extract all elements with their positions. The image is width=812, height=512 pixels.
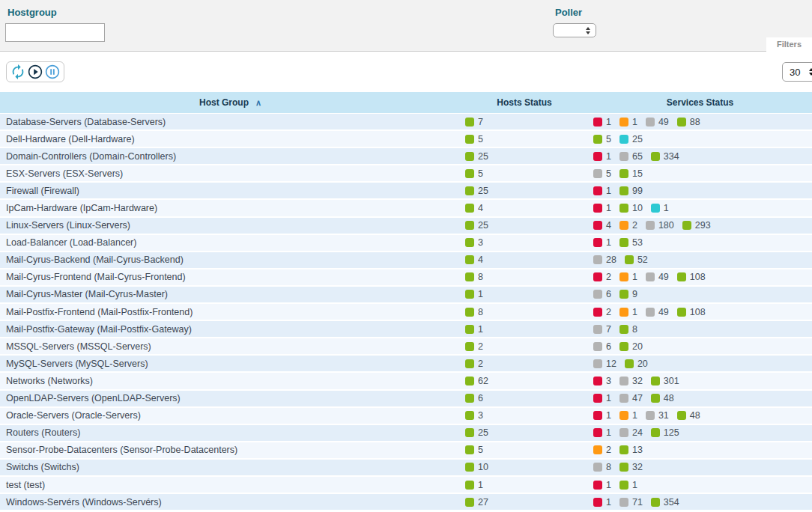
hostgroup-name-link[interactable]: Mail-Postfix-Gateway (Mail-Postfix-Gatew… bbox=[6, 324, 192, 335]
status-badge-group[interactable]: 9 bbox=[619, 289, 637, 299]
status-badge-group[interactable]: 10 bbox=[465, 462, 488, 472]
status-badge-group[interactable]: 1 bbox=[593, 497, 611, 508]
status-badge-group[interactable]: 1 bbox=[593, 410, 611, 421]
status-badge-group[interactable]: 6 bbox=[465, 393, 483, 403]
status-badge-group[interactable]: 1 bbox=[593, 117, 611, 127]
status-badge-group[interactable]: 1 bbox=[465, 289, 483, 299]
status-badge-group[interactable]: 7 bbox=[593, 324, 611, 335]
status-badge-group[interactable]: 3 bbox=[465, 410, 483, 421]
pause-button[interactable] bbox=[44, 64, 61, 80]
status-badge-group[interactable]: 53 bbox=[619, 237, 643, 248]
status-badge-group[interactable]: 65 bbox=[619, 151, 643, 162]
filters-toggle-tab[interactable]: Filters bbox=[766, 37, 812, 52]
status-badge-group[interactable]: 8 bbox=[465, 272, 483, 282]
status-badge-group[interactable]: 1 bbox=[619, 480, 637, 490]
status-badge-group[interactable]: 1 bbox=[619, 272, 637, 282]
status-badge-group[interactable]: 1 bbox=[593, 393, 611, 403]
hostgroup-name-link[interactable]: Networks (Networks) bbox=[6, 376, 93, 386]
status-badge-group[interactable]: 25 bbox=[465, 220, 488, 231]
status-badge-group[interactable]: 5 bbox=[465, 445, 483, 455]
hostgroup-name-link[interactable]: Windows-Servérs (Windows-Servérs) bbox=[6, 497, 162, 508]
play-button[interactable] bbox=[27, 64, 43, 80]
status-badge-group[interactable]: 88 bbox=[677, 117, 700, 127]
hostgroup-name-link[interactable]: Dell-Hardware (Dell-Hardware) bbox=[6, 134, 135, 144]
status-badge-group[interactable]: 354 bbox=[651, 497, 679, 508]
status-badge-group[interactable]: 32 bbox=[619, 376, 643, 386]
status-badge-group[interactable]: 2 bbox=[593, 445, 611, 455]
status-badge-group[interactable]: 31 bbox=[646, 410, 669, 421]
hostgroup-name-link[interactable]: Mail-Cyrus-Master (Mail-Cyrus-Master) bbox=[6, 289, 168, 299]
status-badge-group[interactable]: 1 bbox=[593, 151, 611, 162]
hostgroup-name-link[interactable]: Load-Balancer (Load-Balancer) bbox=[6, 237, 136, 248]
status-badge-group[interactable]: 48 bbox=[651, 393, 674, 403]
status-badge-group[interactable]: 52 bbox=[625, 255, 648, 265]
hostgroup-name-link[interactable]: MSSQL-Servers (MSSQL-Servers) bbox=[6, 341, 151, 352]
status-badge-group[interactable]: 20 bbox=[625, 359, 648, 369]
status-badge-group[interactable]: 27 bbox=[465, 497, 488, 508]
status-badge-group[interactable]: 301 bbox=[651, 376, 679, 386]
status-badge-group[interactable]: 108 bbox=[677, 272, 706, 282]
column-header-hosts-status[interactable]: Hosts Status bbox=[461, 92, 588, 113]
hostgroup-name-link[interactable]: ESX-Servers (ESX-Servers) bbox=[6, 168, 123, 179]
hostgroup-name-link[interactable]: Routers (Routers) bbox=[6, 427, 80, 438]
status-badge-group[interactable]: 1 bbox=[465, 480, 483, 490]
status-badge-group[interactable]: 8 bbox=[619, 324, 637, 335]
poller-select[interactable] bbox=[553, 23, 596, 37]
status-badge-group[interactable]: 12 bbox=[593, 359, 616, 369]
status-badge-group[interactable]: 5 bbox=[465, 134, 483, 144]
status-badge-group[interactable]: 32 bbox=[619, 462, 643, 472]
status-badge-group[interactable]: 25 bbox=[465, 151, 488, 162]
status-badge-group[interactable]: 49 bbox=[646, 272, 669, 282]
status-badge-group[interactable]: 4 bbox=[593, 220, 611, 231]
status-badge-group[interactable]: 4 bbox=[465, 255, 483, 265]
status-badge-group[interactable]: 5 bbox=[593, 134, 611, 144]
status-badge-group[interactable]: 5 bbox=[593, 168, 611, 179]
status-badge-group[interactable]: 1 bbox=[593, 480, 611, 490]
hostgroup-name-link[interactable]: Mail-Cyrus-Frontend (Mail-Cyrus-Frontend… bbox=[6, 272, 186, 282]
status-badge-group[interactable]: 1 bbox=[593, 203, 611, 213]
status-badge-group[interactable]: 5 bbox=[465, 168, 483, 179]
status-badge-group[interactable]: 3 bbox=[465, 237, 483, 248]
refresh-button[interactable] bbox=[10, 64, 26, 80]
status-badge-group[interactable]: 1 bbox=[593, 427, 611, 438]
status-badge-group[interactable]: 6 bbox=[593, 341, 611, 352]
status-badge-group[interactable]: 1 bbox=[619, 117, 637, 127]
status-badge-group[interactable]: 4 bbox=[465, 203, 483, 213]
status-badge-group[interactable]: 2 bbox=[593, 272, 611, 282]
hostgroup-name-link[interactable]: Mail-Postfix-Frontend (Mail-Postfix-Fron… bbox=[6, 307, 193, 317]
status-badge-group[interactable]: 1 bbox=[593, 237, 611, 248]
status-badge-group[interactable]: 293 bbox=[682, 220, 711, 231]
status-badge-group[interactable]: 3 bbox=[593, 376, 611, 386]
status-badge-group[interactable]: 1 bbox=[593, 186, 611, 196]
status-badge-group[interactable]: 25 bbox=[619, 134, 643, 144]
column-header-services-status[interactable]: Services Status bbox=[588, 92, 812, 113]
hostgroup-name-link[interactable]: MySQL-Servers (MySQL-Servers) bbox=[6, 359, 148, 369]
status-badge-group[interactable]: 25 bbox=[465, 427, 488, 438]
status-badge-group[interactable]: 48 bbox=[677, 410, 700, 421]
status-badge-group[interactable]: 2 bbox=[593, 307, 611, 317]
hostgroup-name-link[interactable]: Switchs (Switchs) bbox=[6, 462, 79, 472]
hostgroup-name-link[interactable]: IpCam-Hardware (IpCam-Hardware) bbox=[6, 203, 157, 213]
column-header-host-group[interactable]: Host Group ∧ bbox=[0, 92, 461, 113]
status-badge-group[interactable]: 10 bbox=[619, 203, 643, 213]
hostgroup-name-link[interactable]: Domain-Controllers (Domain-Controllers) bbox=[6, 151, 176, 162]
status-badge-group[interactable]: 8 bbox=[593, 462, 611, 472]
status-badge-group[interactable]: 99 bbox=[619, 186, 643, 196]
status-badge-group[interactable]: 49 bbox=[646, 307, 669, 317]
status-badge-group[interactable]: 1 bbox=[465, 324, 483, 335]
status-badge-group[interactable]: 47 bbox=[619, 393, 643, 403]
status-badge-group[interactable]: 334 bbox=[651, 151, 679, 162]
hostgroup-name-link[interactable]: Mail-Cyrus-Backend (Mail-Cyrus-Backend) bbox=[6, 255, 184, 265]
hostgroup-name-link[interactable]: Firewall (Firewall) bbox=[6, 186, 79, 196]
status-badge-group[interactable]: 180 bbox=[646, 220, 674, 231]
status-badge-group[interactable]: 7 bbox=[465, 117, 483, 127]
hostgroup-name-link[interactable]: Linux-Servers (Linux-Servers) bbox=[6, 220, 130, 231]
status-badge-group[interactable]: 1 bbox=[651, 203, 669, 213]
status-badge-group[interactable]: 28 bbox=[593, 255, 616, 265]
status-badge-group[interactable]: 13 bbox=[619, 445, 643, 455]
page-size-select[interactable]: 30 bbox=[782, 62, 812, 82]
hostgroup-input[interactable] bbox=[5, 23, 105, 42]
hostgroup-name-link[interactable]: Oracle-Servers (Oracle-Servers) bbox=[6, 410, 141, 421]
status-badge-group[interactable]: 20 bbox=[619, 341, 643, 352]
status-badge-group[interactable]: 6 bbox=[593, 289, 611, 299]
